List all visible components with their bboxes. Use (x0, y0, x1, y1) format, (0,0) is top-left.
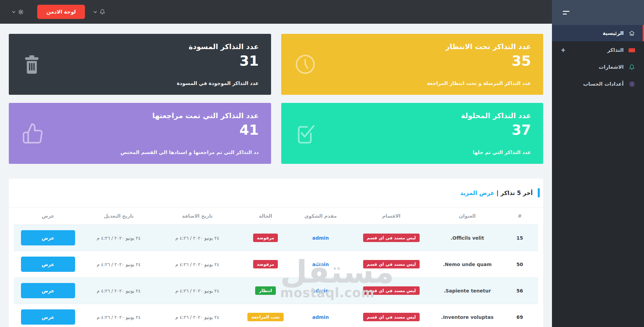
view-button[interactable]: عرض (21, 257, 75, 272)
bell-icon (628, 64, 635, 70)
card-value: 37 (293, 123, 531, 138)
card-draft-tickets: عدد التذاكر المسودة 31 عدد التذاكر الموج… (9, 34, 271, 95)
date-added: ٢٤ يونيو ٢٠٢٠ / ٤:٢٦ م (155, 304, 239, 327)
ticket-title: Inventore voluptas. (433, 304, 501, 327)
sidebar-item-home[interactable]: الرئيسية (552, 25, 644, 41)
card-title: عدد التذاكر التي تمت مراجعتها (21, 112, 259, 120)
admin-panel-button[interactable]: لوحة الادمن (37, 5, 85, 19)
sidebar-item-label: الاشعارات (599, 64, 624, 70)
sidebar-item-notifications[interactable]: الاشعارات (552, 59, 644, 75)
gear-icon (628, 81, 635, 87)
col-header-title: العنوان (433, 208, 501, 225)
card-value: 35 (293, 53, 531, 69)
reporter-link[interactable]: admin (312, 262, 329, 267)
tickets-table-wrap: # العنوان الاقسام مقدم الشكوي الحالة تار… (9, 208, 543, 327)
status-badge: تحت المراجعة (247, 313, 283, 321)
card-subtitle: عدد التذاكر التي تم حلها (293, 150, 531, 155)
notifications-dropdown[interactable] (93, 9, 105, 15)
table-row: 50 Nemo unde quam. ليس مسند في اي قسم ad… (14, 251, 538, 278)
panel-header: أخر 5 تذاكر | عرض المزيد (9, 179, 543, 208)
col-header-reporter: مقدم الشكوي (292, 208, 349, 225)
ticket-title: Officils velit. (433, 225, 501, 251)
stat-cards: عدد التذاكر تحت الانتظار 35 عدد التذاكر … (9, 34, 543, 164)
card-value: 41 (21, 123, 259, 138)
tickets-table: # العنوان الاقسام مقدم الشكوي الحالة تار… (14, 208, 538, 327)
card-subtitle: عدد التذاكر المرسلة و تحت انتظار المراجع… (293, 81, 531, 86)
department-badge: ليس مسند في اي قسم (363, 313, 420, 321)
reporter-link[interactable]: admin (312, 314, 329, 320)
settings-dropdown[interactable] (12, 9, 24, 15)
view-button[interactable]: عرض (21, 309, 75, 325)
card-subtitle: عدد التذاكر الموجودة في المسودة (21, 81, 259, 86)
department-badge: ليس مسند في اي قسم (363, 286, 420, 295)
view-button[interactable]: عرض (21, 283, 75, 298)
ticket-id: 69 (502, 304, 538, 327)
col-header-date-added: تاريخ الاضافة (155, 208, 239, 225)
gear-icon (18, 9, 24, 15)
ticket-id: 50 (502, 251, 538, 278)
status-badge: مرفوضة (253, 234, 278, 242)
sidebar: الرئيسية التذاكر + الاشعارات (552, 0, 644, 327)
card-title: عدد التذاكر المحلولة (293, 112, 531, 120)
date-modified: ٢٤ يونيو ٢٠٢٠ / ٤:٢٦ م (82, 304, 155, 327)
ticket-id: 15 (502, 225, 538, 251)
department-badge: ليس مسند في اي قسم (363, 234, 420, 242)
table-header-row: # العنوان الاقسام مقدم الشكوي الحالة تار… (14, 208, 538, 225)
sidebar-item-tickets[interactable]: التذاكر + (552, 42, 644, 58)
col-header-view: عرض (14, 208, 82, 225)
date-modified: ٢٤ يونيو ٢٠٢٠ / ٤:٢٦ م (82, 251, 155, 278)
show-more-link[interactable]: عرض المزيد (460, 190, 494, 196)
trash-icon (22, 53, 42, 75)
reporter-link[interactable]: admin (312, 235, 329, 241)
table-row: 56 Sapiente tenetur. ليس مسند في اي قسم … (14, 278, 538, 304)
date-added: ٢٤ يونيو ٢٠٢٠ / ٤:٢٦ م (155, 278, 239, 304)
date-added: ٢٤ يونيو ٢٠٢٠ / ٤:٢٦ م (155, 225, 239, 251)
last-tickets-panel: أخر 5 تذاكر | عرض المزيد # العنوان الاقس… (9, 179, 543, 327)
table-row: 69 Inventore voluptas. ليس مسند في اي قس… (14, 304, 538, 327)
chevron-down-icon (12, 10, 16, 14)
col-header-id: # (502, 208, 538, 225)
department-badge: ليس مسند في اي قسم (363, 260, 420, 268)
main-content: عدد التذاكر تحت الانتظار 35 عدد التذاكر … (0, 24, 552, 327)
bell-icon (99, 9, 105, 15)
ticket-icon (628, 47, 635, 53)
menu-toggle-icon[interactable] (563, 11, 570, 15)
card-value: 31 (21, 53, 259, 69)
reporter-link[interactable]: admin (312, 288, 329, 293)
accent-bar (538, 188, 540, 197)
panel-title: أخر 5 تذاكر | (496, 190, 533, 196)
chevron-down-icon (93, 10, 97, 14)
thumbs-up-icon (22, 122, 44, 145)
top-navbar: لوحة الادمن (0, 0, 552, 24)
status-badge: انتظار (255, 286, 275, 295)
card-subtitle: دد التذاكر التي تم مراجعتها و اسنادها ال… (21, 150, 259, 155)
sidebar-item-label: الرئيسية (603, 30, 624, 36)
sidebar-item-account-settings[interactable]: أعدادات الحساب (552, 76, 644, 92)
plus-icon[interactable]: + (561, 47, 565, 53)
date-added: ٢٤ يونيو ٢٠٢٠ / ٤:٢٦ م (155, 251, 239, 278)
sidebar-header (552, 0, 644, 25)
ticket-id: 56 (502, 278, 538, 304)
sidebar-item-label: التذاكر (607, 47, 624, 53)
status-badge: مرفوضة (253, 260, 278, 268)
ticket-title: Nemo unde quam. (433, 251, 501, 278)
card-title: عدد التذاكر تحت الانتظار (293, 43, 531, 51)
col-header-departments: الاقسام (349, 208, 433, 225)
view-button[interactable]: عرض (21, 230, 75, 245)
check-square-icon (294, 122, 316, 145)
sidebar-nav: الرئيسية التذاكر + الاشعارات (552, 25, 644, 92)
card-reviewed-tickets: عدد التذاكر التي تمت مراجعتها 41 دد التذ… (9, 103, 271, 164)
table-row: 15 Officils velit. ليس مسند في اي قسم ad… (14, 225, 538, 251)
ticket-title: Sapiente tenetur. (433, 278, 501, 304)
card-pending-tickets: عدد التذاكر تحت الانتظار 35 عدد التذاكر … (281, 34, 543, 95)
card-title: عدد التذاكر المسودة (21, 43, 259, 51)
home-icon (628, 30, 635, 37)
card-solved-tickets: عدد التذاكر المحلولة 37 عدد التذاكر التي… (281, 103, 543, 164)
col-header-date-modified: تاريخ التعديل (82, 208, 155, 225)
sidebar-item-label: أعدادات الحساب (583, 81, 624, 87)
date-modified: ٢٤ يونيو ٢٠٢٠ / ٤:٢٦ م (82, 225, 155, 251)
col-header-status: الحالة (239, 208, 292, 225)
clock-icon (294, 53, 316, 75)
date-modified: ٢٤ يونيو ٢٠٢٠ / ٤:٢٦ م (82, 278, 155, 304)
